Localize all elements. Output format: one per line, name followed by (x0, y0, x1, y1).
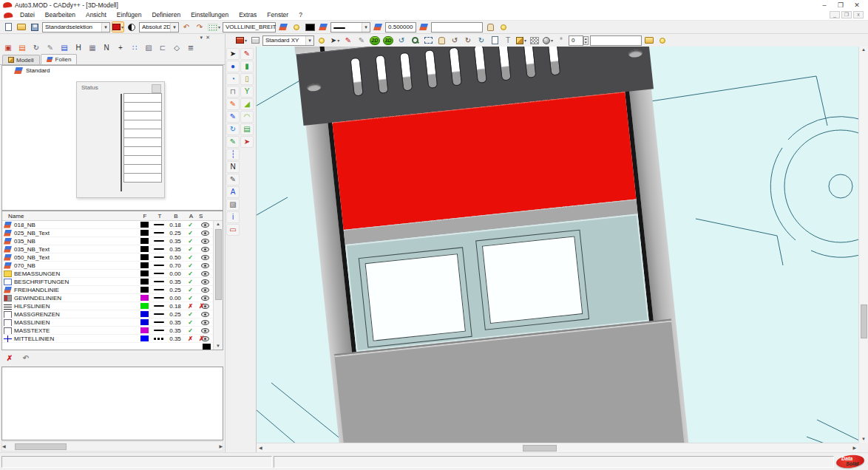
solid-red-box-icon[interactable]: ▾ (235, 35, 248, 46)
layer-window-icon[interactable]: ▣ (1, 42, 15, 54)
layer-row-mittellinien[interactable]: MITTELLINIEN0.35✗✗ (2, 335, 213, 343)
layer-linetype[interactable] (151, 232, 167, 234)
cross-icon[interactable]: + (114, 42, 127, 54)
mdi-close-button[interactable]: x (853, 11, 864, 18)
layer-linetype[interactable] (151, 305, 167, 307)
tab-modell[interactable]: Modell (2, 55, 40, 64)
layer-row-freihandlinie[interactable]: FREIHANDLINIE0.25✓ (2, 286, 213, 294)
layer-color[interactable] (138, 336, 151, 341)
line-style-combo[interactable]: ▾ (330, 22, 370, 33)
save-icon[interactable] (29, 21, 41, 33)
layer-visible-toggle[interactable] (197, 312, 213, 317)
scroll-right-icon[interactable]: ▶ (219, 443, 223, 450)
layer-color[interactable] (138, 230, 151, 236)
apply-attributes-icon[interactable] (484, 21, 496, 33)
layer-row-gewindelinien[interactable]: GEWINDELINIEN0.00✓ (2, 294, 213, 302)
layer-row-035_nb_text[interactable]: 035_NB_Text0.35✓ (2, 245, 213, 253)
minimize-button[interactable]: – (816, 1, 833, 9)
undo-action-icon[interactable]: ↶ (19, 352, 33, 364)
layer-linetype[interactable] (151, 289, 167, 290)
menu-ansicht[interactable]: Ansicht (81, 10, 112, 19)
rotate-left-icon[interactable]: ↺ (449, 35, 461, 46)
scroll-left-icon[interactable]: ◀ (259, 445, 262, 452)
layer-visible-toggle[interactable] (197, 239, 213, 244)
layer-active-toggle[interactable]: ✓ (183, 295, 197, 302)
col-visible[interactable]: S (197, 213, 223, 219)
scroll-thumb[interactable] (215, 229, 222, 300)
coordinate-mode-combo[interactable]: Absolut 2D▾ (139, 22, 179, 33)
redo-icon[interactable]: ↷ (194, 21, 206, 33)
eraser-tool-icon[interactable]: ▭ (226, 224, 240, 236)
copy-layer-icon[interactable]: ▤ (16, 42, 29, 54)
menu-einfgen[interactable]: Einfügen (112, 10, 147, 19)
cylinder-solid-icon[interactable]: ▯ (240, 73, 254, 85)
box-3d-icon[interactable]: ▧ (142, 42, 155, 54)
layer-color[interactable] (138, 222, 151, 228)
layer-linetype[interactable] (151, 321, 167, 323)
chevron-down-icon[interactable]: ▾ (362, 23, 370, 32)
layer-visible-toggle[interactable] (197, 320, 213, 325)
status-empty-field[interactable] (123, 173, 162, 183)
shaded-cube-icon[interactable]: ▾ (515, 35, 527, 46)
layer-linetype[interactable] (151, 256, 167, 258)
info-tool-icon[interactable]: i (226, 211, 240, 223)
view-3d-button[interactable]: 3D (382, 35, 394, 46)
color-swatch-black[interactable] (304, 21, 316, 33)
draw-pen-icon[interactable]: ✎ (44, 42, 57, 54)
layer-linetype[interactable] (151, 338, 167, 340)
menu-?[interactable]: ? (294, 10, 308, 19)
layer-linetype[interactable] (151, 265, 167, 266)
layer-active-toggle[interactable]: ✓ (183, 279, 197, 285)
layer-row-massgrenzen[interactable]: MASSGRENZEN0.25✓ (2, 310, 213, 319)
layer-color[interactable] (138, 303, 151, 309)
layer-visible-toggle[interactable] (197, 271, 213, 276)
layer-color[interactable] (138, 287, 151, 293)
layer-visible-toggle[interactable] (197, 263, 213, 268)
col-linetype[interactable]: T (151, 213, 167, 219)
snap-points-icon[interactable]: ∷ (128, 42, 141, 54)
chevron-down-icon[interactable]: ▾ (305, 36, 313, 45)
element-pen-icon[interactable]: ✎ (356, 35, 367, 46)
edit-pen-icon[interactable]: ✎ (226, 111, 240, 123)
chevron-down-icon[interactable]: ▾ (101, 23, 109, 32)
pen-h-icon[interactable]: H (72, 42, 85, 54)
status-popup-button[interactable] (152, 84, 161, 93)
layer-color[interactable] (138, 279, 151, 285)
layer-color[interactable] (138, 295, 151, 301)
rotate-view-icon[interactable]: ↻ (475, 35, 487, 46)
mdi-minimize-button[interactable]: _ (830, 11, 840, 18)
layer-row-partial[interactable] (2, 343, 213, 350)
layer-move-icon[interactable] (277, 21, 289, 33)
apply-view-icon[interactable] (643, 35, 655, 46)
layer-stack-icon[interactable] (317, 21, 329, 33)
clamp-tool-icon[interactable]: ⊓ (226, 86, 240, 98)
layer-color[interactable] (138, 254, 151, 260)
tree-node-standard[interactable]: Standard (2, 66, 223, 75)
red-pen-icon[interactable]: ✎ (342, 35, 354, 46)
layer-stack-icon-2[interactable] (372, 21, 384, 33)
toolbar-close-icon[interactable]: ✕ (206, 35, 210, 41)
mdi-restore-button[interactable]: ❐ (841, 11, 852, 18)
layer-active-toggle[interactable]: ✓ (183, 230, 197, 236)
menu-einstellungen[interactable]: Einstellungen (186, 10, 234, 19)
layer-active-toggle[interactable]: ✓ (183, 262, 197, 269)
joint-icon[interactable]: ⊏ (156, 42, 169, 54)
layer-visible-toggle[interactable] (197, 328, 213, 333)
col-width[interactable]: B (167, 213, 183, 219)
rotate-3d-icon[interactable]: ↺ (396, 35, 407, 46)
layer-linetype[interactable] (151, 248, 167, 250)
trim-tool-icon[interactable]: ✎ (226, 174, 240, 185)
undo-icon[interactable]: ↶ (180, 21, 192, 33)
layer-visible-toggle[interactable] (197, 222, 213, 228)
scroll-thumb[interactable] (523, 445, 557, 452)
layer-color[interactable] (138, 246, 151, 252)
scroll-left-icon[interactable]: ◀ (2, 443, 6, 450)
layer-stack-icon-3[interactable] (418, 21, 430, 33)
surface-tool-icon[interactable]: ▤ (240, 123, 254, 135)
line-width-input[interactable]: 0.500000 (385, 22, 416, 33)
menu-fenster[interactable]: Fenster (262, 10, 294, 19)
layer-linetype[interactable] (151, 330, 167, 331)
layer-visible-toggle[interactable] (197, 255, 213, 260)
layer-color[interactable] (138, 319, 151, 325)
layer-visible-toggle[interactable] (197, 296, 213, 301)
